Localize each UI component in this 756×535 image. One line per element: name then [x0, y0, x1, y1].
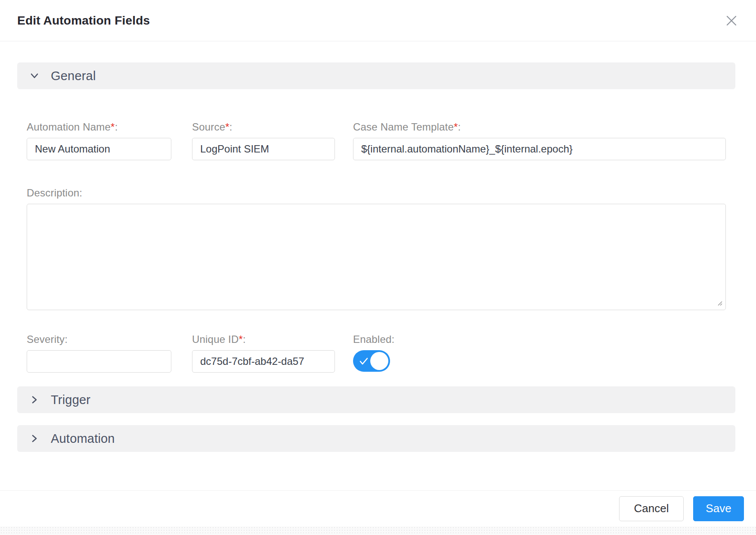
section-header-trigger[interactable]: Trigger — [17, 386, 735, 413]
automation-name-input[interactable] — [27, 138, 171, 160]
required-asterisk: * — [225, 121, 229, 133]
section-label-automation: Automation — [51, 432, 115, 446]
dialog-footer: Cancel Save — [0, 490, 756, 526]
resize-handle-icon[interactable] — [716, 300, 723, 306]
section-header-general[interactable]: General — [17, 62, 735, 89]
chevron-right-icon — [29, 395, 40, 405]
dialog-body: General Automation Name*: Source*: Case … — [0, 41, 756, 452]
description-label: Description: — [27, 187, 726, 198]
automation-name-label: Automation Name*: — [27, 121, 171, 132]
page-background-strip — [0, 526, 756, 535]
enabled-field-group: Enabled: — [353, 333, 726, 373]
unique-id-input[interactable] — [192, 350, 335, 373]
automation-name-field-group: Automation Name*: — [27, 121, 171, 160]
description-field-group: Description: — [27, 187, 726, 310]
severity-field-group: Severity: — [27, 333, 171, 373]
chevron-right-icon — [29, 433, 40, 444]
source-label: Source*: — [192, 121, 335, 132]
enabled-toggle[interactable] — [353, 350, 390, 372]
case-name-template-field-group: Case Name Template*: — [353, 121, 726, 160]
toggle-knob — [370, 352, 388, 370]
section-label-general: General — [51, 69, 96, 83]
general-fields: Automation Name*: Source*: Case Name Tem… — [17, 121, 735, 373]
section-label-trigger: Trigger — [51, 393, 90, 407]
required-asterisk: * — [239, 333, 243, 345]
close-icon — [725, 22, 738, 28]
close-button[interactable] — [722, 12, 741, 30]
unique-id-label: Unique ID*: — [192, 333, 335, 345]
case-name-template-input[interactable] — [353, 138, 726, 160]
source-input[interactable] — [192, 138, 335, 160]
chevron-down-icon — [29, 71, 40, 81]
required-asterisk: * — [111, 121, 115, 133]
check-icon — [359, 356, 369, 367]
dialog-header: Edit Automation Fields — [0, 0, 756, 41]
enabled-label: Enabled: — [353, 333, 726, 345]
case-name-template-label: Case Name Template*: — [353, 121, 726, 132]
save-button[interactable]: Save — [693, 496, 744, 521]
cancel-button[interactable]: Cancel — [619, 496, 684, 521]
section-header-automation[interactable]: Automation — [17, 425, 735, 452]
unique-id-field-group: Unique ID*: — [192, 333, 335, 373]
description-textarea[interactable] — [27, 204, 726, 310]
severity-input[interactable] — [27, 350, 171, 373]
dialog-title: Edit Automation Fields — [17, 14, 150, 28]
severity-label: Severity: — [27, 333, 171, 345]
source-field-group: Source*: — [192, 121, 335, 160]
